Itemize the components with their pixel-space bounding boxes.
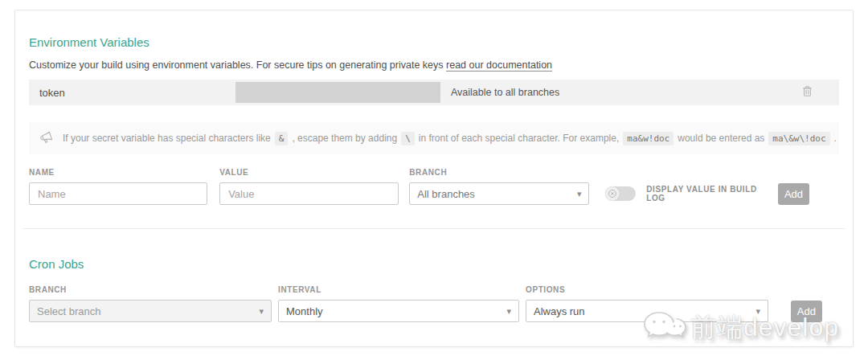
cron-options-label: OPTIONS [526, 285, 768, 294]
env-add-button[interactable]: Add [778, 183, 809, 205]
cron-branch-select[interactable]: Select branch ▾ [29, 300, 272, 322]
env-variable-name: token [39, 87, 65, 99]
note-code-example: ma&w!doc [623, 132, 674, 145]
note-code-backslash: \ [401, 132, 415, 145]
display-value-toggle[interactable] [605, 186, 636, 201]
cron-jobs-heading: Cron Jobs [29, 257, 839, 271]
env-branch-label: BRANCH [409, 168, 589, 177]
megaphone-icon [39, 130, 56, 146]
cron-interval-select[interactable]: Monthly ▾ [278, 300, 519, 322]
chevron-down-icon: ▾ [259, 306, 264, 317]
chevron-down-icon: ▾ [577, 189, 582, 199]
note-text-1: If your secret variable has special char… [63, 133, 271, 144]
escape-characters-note: If your secret variable has special char… [29, 122, 839, 154]
chevron-down-icon: ▾ [506, 306, 511, 317]
note-code-ampersand: & [275, 132, 289, 145]
env-variable-scope: Available to all branches [451, 87, 559, 98]
env-value-field-group: VALUE [219, 168, 399, 205]
display-value-toggle-label: DISPLAY VALUE IN BUILD LOG [646, 185, 778, 202]
environment-variables-heading: Environment Variables [29, 35, 839, 49]
cron-options-field-group: OPTIONS Always run ▾ [526, 285, 768, 322]
env-value-label: VALUE [219, 168, 399, 177]
env-name-label: NAME [29, 168, 207, 177]
trash-icon [802, 85, 813, 100]
cron-options-select-value: Always run [534, 305, 585, 317]
note-code-escaped: ma\&w\!doc [768, 132, 829, 145]
cron-options-select[interactable]: Always run ▾ [526, 300, 768, 322]
display-value-toggle-group: DISPLAY VALUE IN BUILD LOG [605, 182, 778, 205]
settings-panel: Environment Variables Customize your bui… [14, 10, 854, 347]
note-text-4: would be entered as [678, 133, 764, 144]
env-branch-select-value: All branches [417, 188, 475, 200]
env-description-text: Customize your build using environment v… [29, 59, 446, 71]
env-branch-select[interactable]: All branches ▾ [409, 182, 589, 205]
note-text-3: in front of each special character. For … [419, 133, 619, 144]
cron-interval-label: INTERVAL [278, 285, 519, 294]
env-variable-form: NAME VALUE BRANCH All branches ▾ [29, 168, 839, 205]
chevron-down-icon: ▾ [755, 306, 760, 317]
delete-variable-button[interactable] [800, 86, 813, 99]
env-name-field-group: NAME [29, 168, 207, 205]
toggle-knob-off-icon [605, 186, 620, 201]
cron-jobs-form: BRANCH Select branch ▾ INTERVAL Monthly … [29, 285, 839, 322]
env-value-input[interactable] [219, 182, 399, 205]
note-text-2: , escape them by adding [292, 133, 397, 144]
section-divider [23, 228, 845, 229]
cron-branch-field-group: BRANCH Select branch ▾ [29, 285, 272, 322]
env-name-input[interactable] [29, 182, 207, 205]
env-description: Customize your build using environment v… [29, 59, 839, 71]
cron-interval-field-group: INTERVAL Monthly ▾ [278, 285, 519, 322]
cron-add-button[interactable]: Add [791, 301, 822, 322]
cron-branch-select-value: Select branch [37, 305, 101, 317]
env-variable-row: token Available to all branches [29, 80, 839, 105]
note-text-5: . [834, 133, 837, 144]
documentation-link[interactable]: read our documentation [446, 59, 552, 72]
cron-branch-label: BRANCH [29, 285, 272, 294]
env-branch-field-group: BRANCH All branches ▾ [409, 168, 589, 205]
cron-interval-select-value: Monthly [286, 305, 323, 317]
env-variable-masked-value [235, 82, 440, 103]
